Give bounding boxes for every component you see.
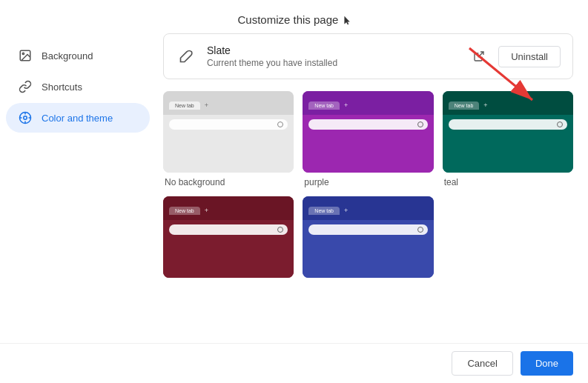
sidebar-item-color-and-theme[interactable]: Color and theme [6,103,150,133]
sidebar-item-shortcuts[interactable]: Shortcuts [6,72,150,101]
color-preview-purple: New tab + [303,91,433,173]
theme-info: Slate Current theme you have installed [207,44,457,68]
color-option-no-background[interactable]: New tab + No background [163,91,294,187]
external-link-button[interactable] [467,44,491,68]
svg-point-5 [24,116,27,120]
page-title: Customize this page [237,13,338,26]
palette-icon [18,110,33,125]
link-icon [18,79,33,94]
sidebar-item-background[interactable]: Background [6,41,150,70]
theme-actions: Uninstall [467,44,561,68]
theme-name: Slate [207,44,457,56]
color-preview-indigo: New tab + [303,196,433,278]
color-preview-teal: New tab + [443,91,573,173]
color-option-indigo[interactable]: New tab + [303,196,433,282]
color-label-purple: purple [303,177,433,187]
main-content: Background Shortcuts [0,33,588,343]
color-option-dark-red[interactable]: New tab + [163,196,294,282]
sidebar: Background Shortcuts [0,33,156,343]
theme-card: Slate Current theme you have installed U… [163,33,573,79]
done-button[interactable]: Done [521,351,573,376]
color-grid: New tab + No background [163,91,573,282]
cancel-button[interactable]: Cancel [452,351,512,376]
sidebar-item-background-label: Background [42,50,93,61]
sidebar-item-shortcuts-label: Shortcuts [42,81,82,93]
color-label-teal: teal [443,177,573,187]
paint-brush-icon [176,46,196,67]
svg-point-3 [22,53,24,54]
svg-line-10 [478,52,483,57]
cursor-icon [343,16,351,26]
theme-subtitle: Current theme you have installed [207,58,457,68]
dialog-footer: Cancel Done [0,343,588,383]
content-panel: Slate Current theme you have installed U… [156,33,588,343]
page-header: Customize this page [0,0,588,33]
color-preview-dark-red: New tab + [163,196,294,278]
sidebar-item-color-label: Color and theme [42,113,113,124]
image-icon [18,48,33,63]
color-preview-no-background: New tab + [163,91,294,173]
color-label-no-background: No background [163,177,294,187]
uninstall-button[interactable]: Uninstall [498,46,561,67]
browser-no-bg: New tab + [163,91,294,173]
color-option-purple[interactable]: New tab + purple [303,91,433,187]
color-option-teal[interactable]: New tab + teal [443,91,573,187]
